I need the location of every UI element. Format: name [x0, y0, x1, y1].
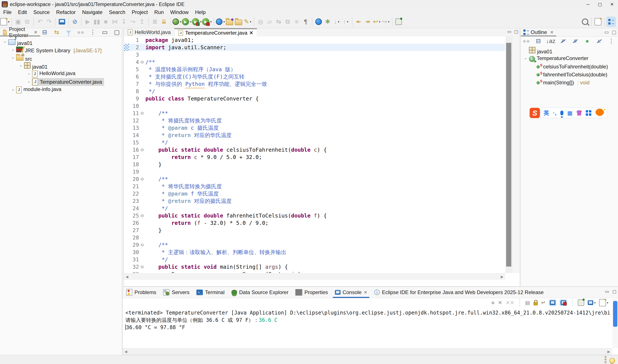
ime-language-mode-button[interactable]: 英 — [544, 109, 549, 117]
code-line-11[interactable]: 11⊖ /** — [124, 109, 505, 117]
code-line-9[interactable]: 9public class TemperatureConverter { — [124, 95, 505, 102]
scrollbar-thumb[interactable] — [506, 43, 511, 267]
editor-tab-temperatureconverter-java[interactable]: JTemperatureConverter.java✕ — [174, 28, 257, 36]
code-line-23[interactable]: 23 * @return 对应的摄氏温度 — [124, 197, 505, 205]
tree-collapse-arrow-icon[interactable]: › — [3, 39, 7, 45]
menu-navigate[interactable]: Navigate — [79, 9, 106, 16]
close-icon[interactable]: ✕ — [34, 30, 38, 35]
view-menu-icon[interactable]: ⋮ — [89, 27, 97, 37]
debug-icon[interactable]: ▾ — [172, 17, 181, 26]
tree-collapse-arrow-icon[interactable]: › — [524, 56, 528, 62]
editor-horizontal-scrollbar[interactable]: ◀ ▶ — [124, 273, 505, 280]
terminate-icon[interactable]: ■ — [102, 17, 110, 26]
terminate-icon[interactable]: ■ — [491, 300, 495, 306]
code-line-18[interactable]: 18 } — [124, 161, 505, 168]
mascot-icon[interactable] — [595, 108, 604, 117]
disconnect-icon[interactable]: ⋈ — [111, 17, 119, 26]
collapse-all-icon[interactable]: ⊟ — [534, 36, 542, 46]
new-web-wizard-icon[interactable]: ▾ — [216, 17, 225, 26]
maximize-view-icon[interactable]: ▢ — [514, 29, 518, 34]
code-line-31[interactable]: 31 */ — [124, 256, 505, 263]
minimize-view-icon[interactable]: ▭ — [101, 27, 109, 37]
code-line-10[interactable]: 10 — [124, 102, 505, 109]
explorer-item-java01[interactable]: ›java01 — [0, 62, 122, 70]
step-into-icon[interactable]: ↧ — [120, 17, 128, 26]
save-icon[interactable]: ▣ — [14, 17, 22, 26]
sogou-logo-icon[interactable]: S — [529, 108, 540, 118]
outline-item-celsiustofahrenheit-double-[interactable]: ScelsiusToFahrenheit(double) — [521, 63, 618, 71]
fold-collapse-icon[interactable]: ⊖ — [139, 264, 145, 269]
skin-icon[interactable] — [576, 110, 582, 116]
eraser-icon[interactable]: ▱ — [265, 17, 274, 26]
java-ee-perspective-icon[interactable] — [607, 17, 616, 27]
tab-eclipse-ide-for-enterprise-java-and-web-developers-2025-12-release[interactable]: ⓘEclipse IDE for Enterprise Java and Web… — [371, 287, 547, 298]
explorer-item-temperatureconverter-java[interactable]: ›JTemperatureConverter.java — [0, 78, 122, 86]
code-line-3[interactable]: 3 — [124, 51, 505, 58]
code-line-2[interactable]: 2import java.util.Scanner; — [124, 44, 505, 51]
code-line-8[interactable]: 8 */ — [124, 88, 505, 95]
view-menu-icon[interactable]: ⋮ — [607, 36, 616, 46]
notification-bulb-icon[interactable] — [609, 358, 615, 364]
web-browser-icon[interactable] — [314, 17, 323, 26]
explorer-item-helloworld-java[interactable]: ›JHelloWorld.java — [0, 70, 122, 78]
tab-properties[interactable]: Properties — [292, 287, 331, 298]
link-with-editor-icon[interactable]: ⇆ — [52, 27, 61, 37]
pin-console-icon[interactable] — [578, 299, 584, 306]
sort-icon[interactable]: ↓az — [546, 36, 555, 46]
scroll-right-arrow-icon[interactable]: ▶ — [607, 350, 610, 354]
previous-annotation-icon[interactable]: ↑▾ — [341, 17, 350, 26]
ime-punctuation-button[interactable]: ·, — [553, 110, 556, 116]
outline-item-main-string-[interactable]: Smain(String[]) : void — [521, 78, 618, 87]
next-annotation-icon[interactable]: ↓▾ — [332, 17, 341, 26]
format-icon[interactable]: ≡ — [292, 17, 301, 26]
open-resource-icon[interactable] — [234, 17, 243, 26]
code-line-6[interactable]: 6 * 支持摄氏度(C)与华氏度(F)之间互转 — [124, 73, 505, 80]
close-window-button[interactable]: ✕ — [606, 0, 618, 9]
menu-run[interactable]: Run — [151, 9, 167, 16]
code-line-20[interactable]: 20⊖ /** — [124, 175, 505, 183]
code-editor[interactable]: 1package java01;2import java.util.Scanne… — [124, 36, 505, 273]
tree-expand-arrow-icon[interactable]: › — [10, 48, 16, 52]
maximize-window-button[interactable]: ▢ — [594, 0, 606, 9]
explorer-item-module-info-java[interactable]: ›Jmodule-info.java — [0, 86, 122, 94]
code-line-4[interactable]: 4⊖/** — [124, 58, 505, 66]
filter-icon[interactable] — [64, 27, 73, 37]
maximize-view-icon[interactable]: ▢ — [612, 29, 616, 35]
fold-collapse-icon[interactable]: ⊖ — [139, 147, 145, 152]
save-all-icon[interactable]: ⧉ — [23, 17, 31, 26]
code-line-1[interactable]: 1package java01; — [124, 36, 505, 44]
menu-refactor[interactable]: Refactor — [53, 9, 79, 16]
keyboard-icon[interactable]: ▦ — [567, 110, 573, 116]
maximize-view-icon[interactable]: ▢ — [612, 289, 617, 294]
menu-project[interactable]: Project — [129, 9, 151, 16]
menu-source[interactable]: Source — [30, 9, 53, 16]
mark-occurrences-icon[interactable]: ✎▾ — [243, 17, 252, 26]
profile-icon[interactable]: ▶▾ — [202, 17, 212, 26]
editor-tab-helloworld-java[interactable]: JHelloWorld.java — [124, 28, 174, 36]
run-to-line-icon[interactable]: ≣ — [151, 17, 159, 26]
mic-icon[interactable] — [560, 111, 563, 115]
close-icon[interactable]: ✕ — [249, 30, 253, 36]
redo-icon[interactable]: ↷ — [45, 17, 53, 26]
open-console-icon[interactable]: ▾ — [599, 299, 608, 306]
code-line-16[interactable]: 16⊖ public static double celsiusToFahren… — [124, 146, 505, 153]
maximize-view-icon[interactable]: ▢ — [113, 27, 121, 37]
code-line-26[interactable]: 26 return (f - 32.0) * 5.0 / 9.0; — [124, 219, 505, 227]
external-tools-icon[interactable]: ✱ — [323, 17, 332, 26]
team-sync-icon[interactable]: ⇆ — [274, 17, 283, 26]
tab-project-explorer[interactable]: Project Explorer ✕ — [0, 28, 40, 36]
explorer-item-src[interactable]: ›src — [0, 54, 122, 62]
code-line-21[interactable]: 21 * 将华氏度转换为摄氏度 — [124, 183, 505, 190]
minimize-window-button[interactable]: ─ — [582, 0, 594, 9]
minimize-view-icon[interactable]: ▭ — [605, 289, 609, 294]
new-wizard-icon[interactable]: ▾ — [0, 17, 10, 26]
tab-servers[interactable]: Servers — [160, 287, 193, 298]
skip-breakpoints-icon[interactable]: ⊘ — [71, 17, 79, 26]
hide-local-types-icon[interactable]: L — [595, 36, 604, 46]
explorer-item-jre-system-library[interactable]: ›JRE System Library [JavaSE-17] — [0, 46, 122, 54]
console-vertical-scrollbar[interactable] — [612, 298, 618, 348]
search-icon[interactable] — [581, 17, 589, 26]
show-whitespace-icon[interactable]: ¶ — [301, 17, 310, 26]
console-output[interactable]: <terminated> TemperatureConverter [Java … — [125, 309, 610, 346]
step-return-icon[interactable]: ↥ — [138, 17, 146, 26]
